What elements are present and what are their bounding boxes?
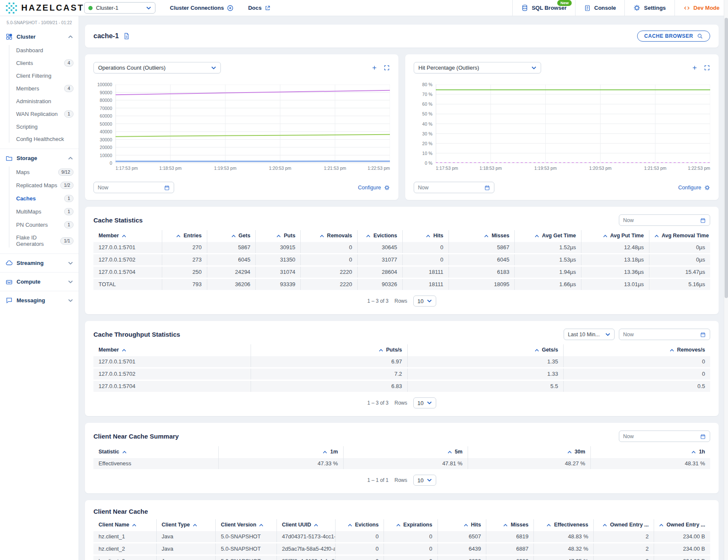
sidebar-item-replicated-maps[interactable]: Replicated Maps1/2 (0, 179, 79, 192)
sidebar-item-maps[interactable]: Maps9/12 (0, 166, 79, 179)
sidebar-item-caches[interactable]: Caches1 (0, 192, 79, 205)
docs-link[interactable]: Docs (248, 0, 271, 16)
column-header-puts-s[interactable]: Puts/s (251, 344, 407, 356)
add-chart-button[interactable] (371, 65, 378, 71)
column-header-misses[interactable]: Misses (449, 230, 514, 242)
time-range-select[interactable]: Last 10 Min... (564, 329, 615, 340)
column-header-1h[interactable]: 1h (590, 446, 710, 458)
column-header-hits[interactable]: Hits (437, 519, 486, 531)
table-row[interactable]: hz.client_2Java5.0-SNAPSHOT2d5ac7fa-58a5… (93, 543, 710, 555)
sidebar-item-dashboard[interactable]: Dashboard (0, 44, 79, 56)
column-header-member[interactable]: Member (93, 344, 251, 356)
chart-metric-select[interactable]: Hit Percentage (Outliers) (414, 62, 541, 73)
column-header-client-uuid[interactable]: Client UUID (277, 519, 335, 531)
column-header-evictions[interactable]: Evictions (357, 230, 402, 242)
column-header-1m[interactable]: 1m (219, 446, 343, 458)
page-size-select[interactable]: 10 (413, 397, 436, 408)
table-row[interactable]: 127.0.0.1:57046.835.50.5 (93, 380, 710, 393)
external-link-icon (265, 5, 271, 11)
sidebar-item-scripting[interactable]: Scripting (0, 121, 79, 133)
sidebar-item-flake-id-generators[interactable]: Flake ID Generators1/1 (0, 231, 79, 250)
column-header-gets[interactable]: Gets (207, 230, 256, 242)
column-header-client-name[interactable]: Client Name (93, 519, 156, 531)
sidebar-section-streaming[interactable]: Streaming (0, 256, 79, 270)
file-icon[interactable] (123, 33, 130, 39)
table-row[interactable]: 127.0.0.1:570425024294310742220286041811… (93, 266, 710, 279)
column-header-entries[interactable]: Entries (162, 230, 207, 242)
table-row[interactable]: hz.client_1Java5.0-SNAPSHOT47d04371-5173… (93, 531, 710, 543)
column-header-evictions[interactable]: Evictions (335, 519, 384, 531)
column-header-expirations[interactable]: Expirations (384, 519, 437, 531)
cluster-connections-link[interactable]: Cluster Connections (170, 0, 234, 16)
sidebar-item-administration[interactable]: Administration (0, 95, 79, 107)
column-header-owned-entry[interactable]: Owned Entry ... (594, 519, 654, 531)
time-travel-input[interactable]: Now (619, 431, 710, 442)
sort-caret-icon (259, 524, 263, 526)
column-header-owned-entry[interactable]: Owned Entry ... (654, 519, 710, 531)
sidebar-item-members[interactable]: Members4 (0, 82, 79, 95)
chart-metric-label: Hit Percentage (Outliers) (418, 65, 479, 71)
column-header-hits[interactable]: Hits (402, 230, 449, 242)
sidebar-section-messaging[interactable]: Messaging (0, 293, 79, 308)
column-header-5m[interactable]: 5m (343, 446, 468, 458)
column-header-removals[interactable]: Removals (301, 230, 358, 242)
table-row[interactable]: 127.0.0.1:57027.21.330 (93, 368, 710, 380)
sort-caret-icon (484, 235, 488, 237)
time-travel-input[interactable]: Now (414, 182, 494, 193)
sort-caret-icon (464, 524, 468, 526)
table-row[interactable]: hz.client_3Java5.0-SNAPSHOT25f7f6a4-6139… (93, 555, 710, 560)
column-header-client-type[interactable]: Client Type (156, 519, 215, 531)
page-scrollbar[interactable] (724, 0, 728, 560)
sidebar-item-multimaps[interactable]: MultiMaps1 (0, 205, 79, 218)
count-badge: 1 (64, 208, 73, 215)
column-header-avg-get-time[interactable]: Avg Get Time (515, 230, 581, 242)
column-header-statistic[interactable]: Statistic (93, 446, 219, 458)
table-row[interactable]: 127.0.0.1:57016.971.350 (93, 356, 710, 368)
dev-mode-button[interactable]: Dev Mode (674, 0, 728, 16)
page-size-select[interactable]: 10 (413, 295, 436, 307)
column-header-puts[interactable]: Puts (256, 230, 301, 242)
time-travel-input[interactable]: Now (93, 182, 174, 193)
chart-metric-select[interactable]: Operations Count (Outliers) (93, 62, 221, 73)
column-header-client-version[interactable]: Client Version (215, 519, 277, 531)
column-header-avg-removal-time[interactable]: Avg Removal Time (649, 230, 710, 242)
console-button[interactable]: Console (575, 0, 624, 16)
column-header-gets-s[interactable]: Gets/s (407, 344, 563, 356)
table-row[interactable]: 127.0.0.1:5702273604531350031077060451.5… (93, 254, 710, 266)
sidebar-item-clients[interactable]: Clients4 (0, 56, 79, 70)
sql-browser-button[interactable]: New SQL Browser (512, 0, 575, 16)
page-size-select[interactable]: 10 (413, 475, 436, 486)
column-header-effectiveness[interactable]: Effectiveness (534, 519, 594, 531)
column-header-misses[interactable]: Misses (486, 519, 534, 531)
compute-icon (6, 278, 13, 285)
column-header-member[interactable]: Member (93, 230, 162, 242)
sidebar-section-storage[interactable]: Storage (0, 151, 79, 166)
add-chart-button[interactable] (691, 65, 698, 71)
cache-browser-button[interactable]: CACHE BROWSER (637, 31, 710, 42)
sidebar-section-compute[interactable]: Compute (0, 274, 79, 289)
expand-chart-button[interactable] (384, 65, 390, 71)
sidebar-section-cluster[interactable]: Cluster (0, 29, 79, 44)
table-row[interactable]: 127.0.0.1:5701270586730915030645058671.5… (93, 242, 710, 254)
sort-caret-icon (670, 349, 674, 352)
docs-label: Docs (248, 5, 262, 11)
column-header-removes-s[interactable]: Removes/s (563, 344, 710, 356)
table-row[interactable]: Effectiveness47.33 %47.81 %48.27 %48.31 … (93, 458, 710, 470)
column-header-avg-put-time[interactable]: Avg Put Time (581, 230, 649, 242)
sidebar-item-config-healthcheck[interactable]: Config Healthcheck (0, 133, 79, 145)
time-travel-input[interactable]: Now (619, 214, 710, 226)
configure-link[interactable]: Configure (358, 185, 390, 191)
page-head-card: cache-1 CACHE BROWSER (85, 25, 719, 48)
expand-chart-button[interactable] (704, 65, 710, 71)
settings-button[interactable]: Settings (624, 0, 674, 16)
sidebar-item-client-filtering[interactable]: Client Filtering (0, 70, 79, 82)
scrollbar-thumb[interactable] (725, 18, 728, 298)
app-header: HAZELCAST Cluster-1 Cluster Connections … (0, 0, 728, 16)
configure-link[interactable]: Configure (678, 185, 710, 191)
sidebar-item-pn-counters[interactable]: PN Counters1 (0, 218, 79, 231)
time-travel-input[interactable]: Now (619, 329, 710, 340)
table-row[interactable]: TOTAL793362069333922209032618111180951.6… (93, 279, 710, 291)
sidebar-item-wan-replication[interactable]: WAN Replication1 (0, 107, 79, 121)
column-header-30m[interactable]: 30m (468, 446, 590, 458)
cluster-select[interactable]: Cluster-1 (84, 2, 155, 14)
